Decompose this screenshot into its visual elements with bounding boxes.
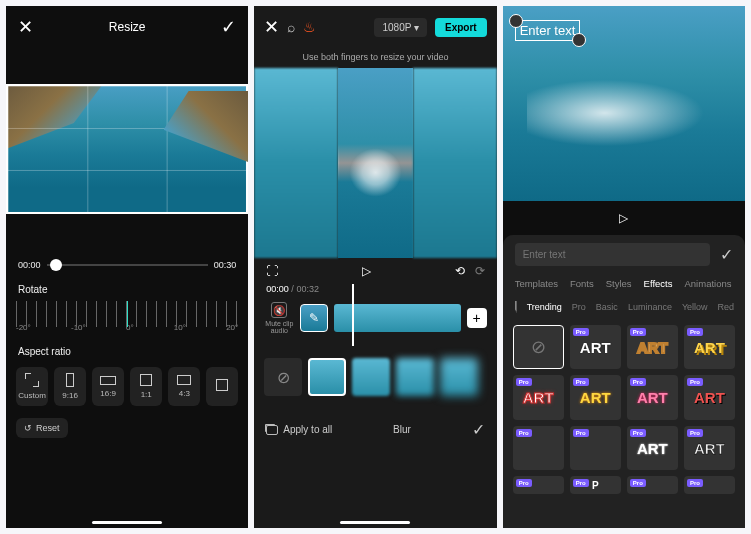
- clip-being-edited[interactable]: ✎: [300, 304, 328, 332]
- effect-none[interactable]: ⊘: [513, 325, 564, 369]
- bookmark-icon[interactable]: [515, 301, 517, 313]
- playhead[interactable]: [352, 284, 354, 346]
- screen-editor: ✕ ⌕ ♨ 1080P ▾ Export Use both fingers to…: [254, 6, 496, 528]
- tab-templates[interactable]: Templates: [515, 278, 558, 289]
- rotate-label: Rotate: [6, 270, 248, 299]
- time-display: 00:00 / 00:32: [254, 284, 496, 294]
- home-indicator[interactable]: [340, 521, 410, 524]
- apply-to-all-button[interactable]: Apply to all: [266, 424, 332, 435]
- effect-item[interactable]: Pro: [513, 426, 564, 470]
- ratio-custom[interactable]: Custom: [16, 367, 48, 406]
- effect-blur-3[interactable]: [440, 358, 478, 396]
- screen-text-effects: Enter text ▷ ✓ Templates Fonts Styles Ef…: [503, 6, 745, 528]
- fullscreen-icon[interactable]: ⛶: [266, 264, 278, 278]
- crop-grid[interactable]: [6, 84, 248, 214]
- effect-item[interactable]: Pro: [570, 426, 621, 470]
- stack-icon: [266, 425, 278, 435]
- resolution-button[interactable]: 1080P ▾: [374, 18, 427, 37]
- ratio-icon: [140, 374, 152, 386]
- effect-item[interactable]: ProART: [627, 375, 678, 419]
- tab-fonts[interactable]: Fonts: [570, 278, 594, 289]
- effect-item[interactable]: ProART: [684, 325, 735, 369]
- aspect-label: Aspect ratio: [6, 332, 248, 361]
- close-icon[interactable]: ✕: [18, 16, 33, 38]
- export-button[interactable]: Export: [435, 18, 487, 37]
- search-icon[interactable]: ⌕: [287, 19, 295, 35]
- ratio-9-16[interactable]: 9:16: [54, 367, 86, 406]
- effect-item[interactable]: Pro: [513, 476, 564, 494]
- ratio-icon: [177, 375, 191, 385]
- hint-text: Use both fingers to resize your video: [254, 48, 496, 68]
- effect-item[interactable]: ProART: [627, 426, 678, 470]
- reset-icon: ↺: [24, 423, 32, 433]
- effect-item[interactable]: ProART: [570, 325, 621, 369]
- effect-item[interactable]: ProART: [570, 375, 621, 419]
- redo-icon[interactable]: ⟳: [475, 264, 485, 278]
- ratio-16-9[interactable]: 16:9: [92, 367, 124, 406]
- subtab-basic[interactable]: Basic: [596, 302, 618, 312]
- effect-blur-2[interactable]: [396, 358, 434, 396]
- slider-knob[interactable]: [50, 259, 62, 271]
- effects-grid: ⊘ ProART ProART ProART ProART ProART Pro…: [503, 321, 745, 504]
- time-slider-row: 00:00 00:30: [6, 260, 248, 270]
- expand-icon: [25, 373, 39, 387]
- effect-none[interactable]: ⊘: [264, 358, 302, 396]
- effect-item[interactable]: ProART: [513, 375, 564, 419]
- rotate-ruler[interactable]: [16, 301, 238, 327]
- playback-controls: ⛶ ▷ ⟲⟳: [254, 258, 496, 284]
- flame-icon[interactable]: ♨: [303, 19, 316, 35]
- effect-item[interactable]: ProART: [684, 426, 735, 470]
- effect-item[interactable]: ProP: [570, 476, 621, 494]
- confirm-icon[interactable]: ✓: [472, 420, 485, 439]
- effect-item[interactable]: ProART: [684, 375, 735, 419]
- effect-item[interactable]: Pro: [627, 476, 678, 494]
- effect-item[interactable]: Pro: [684, 476, 735, 494]
- play-icon[interactable]: ▷: [362, 264, 371, 278]
- text-input[interactable]: [515, 243, 710, 266]
- ratio-4-3[interactable]: 4:3: [168, 367, 200, 406]
- confirm-icon[interactable]: ✓: [221, 16, 236, 38]
- subtab-pro[interactable]: Pro: [572, 302, 586, 312]
- add-clip-button[interactable]: +: [467, 308, 487, 328]
- subtab-yellow[interactable]: Yellow: [682, 302, 708, 312]
- ratio-1-1[interactable]: 1:1: [130, 367, 162, 406]
- video-preview[interactable]: [6, 84, 248, 214]
- header: ✕ Resize ✓: [6, 6, 248, 48]
- text-overlay[interactable]: Enter text: [515, 20, 581, 41]
- tab-styles[interactable]: Styles: [606, 278, 632, 289]
- confirm-icon[interactable]: ✓: [720, 245, 733, 264]
- play-button[interactable]: ▷: [503, 201, 745, 235]
- sub-tabs: Trending Pro Basic Luminance Yellow Red: [503, 297, 745, 321]
- ratio-icon: [216, 379, 228, 391]
- close-icon[interactable]: ✕: [264, 16, 279, 38]
- tab-effects[interactable]: Effects: [644, 278, 673, 289]
- time-start: 00:00: [18, 260, 41, 270]
- video-preview[interactable]: [254, 68, 496, 258]
- effect-name-label: Blur: [332, 424, 471, 435]
- subtab-trending[interactable]: Trending: [527, 302, 562, 312]
- reset-button[interactable]: ↺Reset: [16, 418, 68, 438]
- mute-audio-button[interactable]: 🔇 Mute clip audio: [264, 302, 294, 334]
- subtab-luminance[interactable]: Luminance: [628, 302, 672, 312]
- video-preview[interactable]: Enter text: [503, 6, 745, 201]
- none-icon: ⊘: [531, 336, 546, 358]
- undo-icon[interactable]: ⟲: [455, 264, 465, 278]
- effect-blur-1[interactable]: [352, 358, 390, 396]
- tab-animations[interactable]: Animations: [684, 278, 731, 289]
- effect-original[interactable]: [308, 358, 346, 396]
- preview-panel-right: [413, 68, 497, 258]
- ratio-more[interactable]: [206, 367, 238, 406]
- main-tabs: Templates Fonts Styles Effects Animation…: [503, 274, 745, 297]
- input-row: ✓: [503, 235, 745, 274]
- timeline[interactable]: 🔇 Mute clip audio ✎ +: [254, 294, 496, 342]
- ratio-icon: [66, 373, 74, 387]
- effect-item[interactable]: ProART: [627, 325, 678, 369]
- time-slider[interactable]: [47, 264, 208, 266]
- home-indicator[interactable]: [92, 521, 162, 524]
- preview-panel-center: [338, 68, 413, 258]
- header: ✕ ⌕ ♨ 1080P ▾ Export: [254, 6, 496, 48]
- page-title: Resize: [109, 20, 146, 34]
- screen-resize: ✕ Resize ✓ 00:00 00:30 Rotate -20° -10° …: [6, 6, 248, 528]
- time-end: 00:30: [214, 260, 237, 270]
- subtab-red[interactable]: Red: [718, 302, 735, 312]
